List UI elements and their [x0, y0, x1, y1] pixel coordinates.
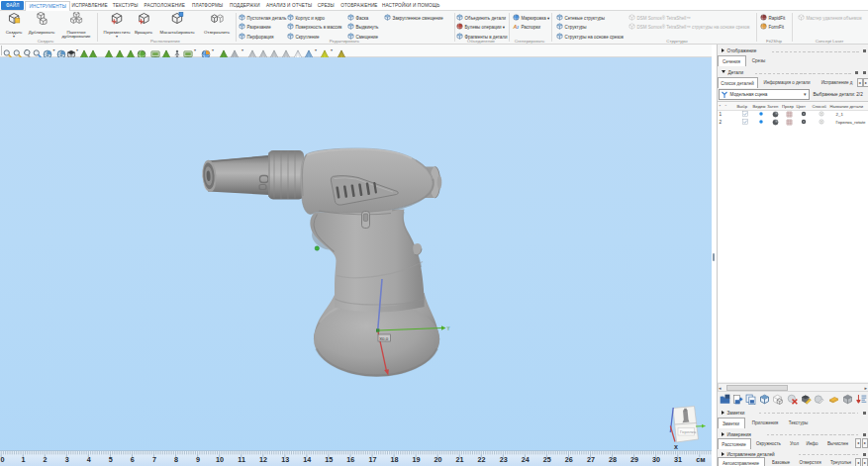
svg-text:X0,0: X0,0 [379, 336, 389, 341]
svg-text:Горелка: Горелка [680, 429, 697, 434]
svg-text:Y: Y [447, 326, 450, 331]
svg-text:x: x [674, 443, 678, 450]
